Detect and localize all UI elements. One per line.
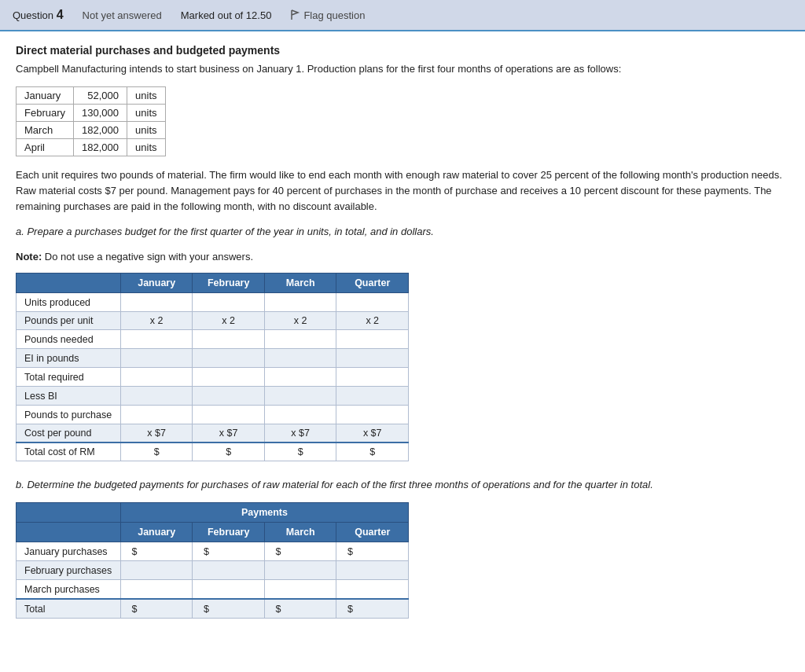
payments-col-jan: January [120, 523, 193, 542]
payments-mar[interactable] [264, 580, 336, 600]
cell-feb[interactable] [193, 368, 265, 387]
row-label: Pounds needed [17, 330, 121, 349]
question-status: Not yet answered [83, 9, 162, 21]
payments-feb[interactable]: $ [193, 599, 265, 619]
cell-feb[interactable] [193, 293, 265, 312]
production-table: January 52,000 units February 130,000 un… [16, 86, 166, 156]
payments-jan[interactable] [120, 580, 193, 600]
row-label: Less BI [17, 387, 121, 406]
cell-qtr[interactable] [336, 330, 409, 349]
table-a-row: Pounds to purchase [17, 406, 409, 424]
table-a-row: Units produced [17, 293, 409, 312]
cell-mar: x $7 [264, 424, 336, 443]
row-label: Pounds per unit [17, 312, 121, 330]
cell-mar: x 2 [264, 312, 336, 330]
payments-feb[interactable] [193, 561, 265, 580]
cell-jan[interactable] [120, 293, 193, 312]
production-row: February 130,000 units [17, 104, 166, 121]
cell-mar[interactable] [264, 406, 336, 424]
body-text: Each unit requires two pounds of materia… [16, 167, 789, 215]
col-header-feb: February [193, 274, 265, 293]
prod-unit: units [127, 104, 165, 121]
cell-feb[interactable] [193, 330, 265, 349]
cell-mar: $ [264, 442, 336, 461]
cell-qtr[interactable] [336, 293, 409, 312]
cell-qtr: $ [336, 442, 409, 461]
flag-icon [290, 9, 300, 20]
col-header-jan: January [120, 274, 193, 293]
cell-jan[interactable] [120, 330, 193, 349]
row-label: January purchases [17, 542, 121, 561]
cell-mar[interactable] [264, 349, 336, 368]
cell-feb[interactable] [193, 406, 265, 424]
cell-feb: $ [193, 442, 265, 461]
header-bar: Question 4 Not yet answered Marked out o… [0, 0, 805, 31]
cell-qtr: x $7 [336, 424, 409, 443]
row-label: Total [17, 599, 121, 619]
payments-mar[interactable] [264, 561, 336, 580]
cell-mar[interactable] [264, 368, 336, 387]
payments-qtr[interactable]: $ [336, 599, 409, 619]
prod-value: 182,000 [74, 138, 127, 156]
row-label: Pounds to purchase [17, 406, 121, 424]
cell-jan[interactable] [120, 368, 193, 387]
row-label: Cost per pound [17, 424, 121, 443]
table-b-row: February purchases [17, 561, 409, 580]
table-a-row: Total cost of RM $ $ $ $ [17, 442, 409, 461]
prod-month: January [17, 86, 74, 104]
cell-feb[interactable] [193, 349, 265, 368]
question-number: 4 [57, 8, 64, 21]
payments-jan[interactable]: $ [120, 542, 193, 561]
prod-unit: units [127, 138, 165, 156]
payments-jan[interactable]: $ [120, 599, 193, 619]
table-a-row: Cost per pound x $7 x $7 x $7 x $7 [17, 424, 409, 443]
note-line: Note: Do not use a negative sign with yo… [16, 249, 789, 265]
payments-label: Payments [120, 503, 408, 523]
payments-feb[interactable] [193, 580, 265, 600]
cell-qtr[interactable] [336, 406, 409, 424]
payments-qtr[interactable] [336, 561, 409, 580]
payments-sub-header: January February March Quarter [17, 523, 409, 542]
row-label: EI in pounds [17, 349, 121, 368]
table-a-row: Pounds needed [17, 330, 409, 349]
payments-qtr[interactable]: $ [336, 542, 409, 561]
payments-qtr[interactable] [336, 580, 409, 600]
flag-question[interactable]: Flag question [290, 9, 365, 21]
cell-feb: x 2 [193, 312, 265, 330]
cell-jan[interactable] [120, 406, 193, 424]
payments-jan[interactable] [120, 561, 193, 580]
payments-feb[interactable]: $ [193, 542, 265, 561]
cell-mar[interactable] [264, 293, 336, 312]
payments-mar[interactable]: $ [264, 599, 336, 619]
purchases-budget-table: January February March Quarter Units pro… [16, 273, 409, 461]
cell-jan[interactable] [120, 387, 193, 406]
table-a-row: Total required [17, 368, 409, 387]
section-title: Direct material purchases and budgeted p… [16, 44, 789, 57]
col-header-label [17, 274, 121, 293]
cell-qtr: x 2 [336, 312, 409, 330]
cell-qtr[interactable] [336, 387, 409, 406]
row-label: Total cost of RM [17, 442, 121, 461]
col-header-mar: March [264, 274, 336, 293]
cell-qtr[interactable] [336, 368, 409, 387]
marked-out-of: Marked out of 12.50 [181, 9, 272, 21]
main-content: Direct material purchases and budgeted p… [0, 31, 805, 647]
cell-jan[interactable] [120, 349, 193, 368]
production-row: March 182,000 units [17, 121, 166, 138]
payments-col-qtr: Quarter [336, 523, 409, 542]
cell-feb[interactable] [193, 387, 265, 406]
col-header-qtr: Quarter [336, 274, 409, 293]
cell-mar[interactable] [264, 387, 336, 406]
cell-qtr[interactable] [336, 349, 409, 368]
table-b-row: Total $ $ $ $ [17, 599, 409, 619]
part-a-label: a. Prepare a purchases budget for the fi… [16, 224, 789, 240]
payments-col-feb: February [193, 523, 265, 542]
cell-jan: $ [120, 442, 193, 461]
prod-unit: units [127, 86, 165, 104]
cell-jan: x 2 [120, 312, 193, 330]
prod-value: 130,000 [74, 104, 127, 121]
table-a-row: Pounds per unit x 2 x 2 x 2 x 2 [17, 312, 409, 330]
row-label: Units produced [17, 293, 121, 312]
cell-mar[interactable] [264, 330, 336, 349]
payments-mar[interactable]: $ [264, 542, 336, 561]
